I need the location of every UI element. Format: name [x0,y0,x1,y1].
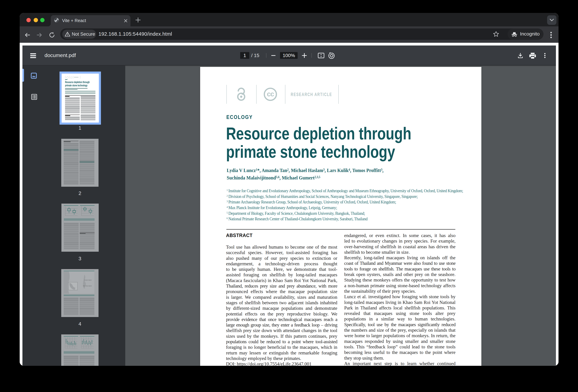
svg-text:Nom Sao Island: Nom Sao Island [83,285,92,286]
svg-text:Koram Island: Koram Island [84,279,92,281]
svg-text:cc: cc [267,90,274,98]
